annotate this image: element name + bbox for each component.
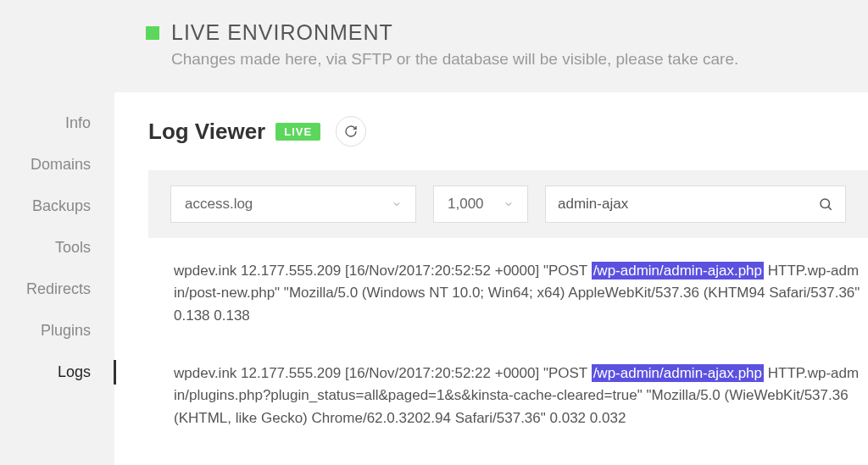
log-file-select[interactable]: access.log [170, 185, 416, 223]
refresh-icon [344, 125, 358, 138]
live-indicator-square [146, 26, 159, 40]
chevron-down-icon [504, 199, 514, 209]
search-icon [818, 197, 833, 212]
svg-point-0 [821, 199, 830, 208]
sidebar-item-plugins[interactable]: Plugins [0, 310, 114, 352]
log-entry: wpdev.ink 12.177.555.209 [16/Nov/2017:20… [174, 363, 861, 429]
page-title: Log Viewer [148, 119, 265, 145]
sidebar-item-backups[interactable]: Backups [0, 185, 114, 227]
line-count-select[interactable]: 1,000 [433, 185, 528, 223]
sidebar-item-logs[interactable]: Logs [0, 352, 114, 393]
sidebar-item-domains[interactable]: Domains [0, 144, 114, 185]
chevron-down-icon [392, 199, 402, 209]
live-badge: LIVE [275, 123, 320, 141]
sidebar: Info Domains Backups Tools Redirects Plu… [0, 92, 114, 465]
svg-line-1 [828, 207, 831, 209]
log-highlight: /wp-admin/admin-ajax.php [592, 262, 764, 280]
sidebar-item-tools[interactable]: Tools [0, 227, 114, 268]
filter-bar: access.log 1,000 [148, 170, 868, 238]
environment-title: LIVE ENVIRONMENT [171, 20, 393, 45]
line-count-select-value: 1,000 [448, 196, 484, 213]
sidebar-item-info[interactable]: Info [0, 102, 114, 144]
log-text-pre: wpdev.ink 12.177.555.209 [16/Nov/2017:20… [174, 365, 592, 381]
log-highlight: /wp-admin/admin-ajax.php [592, 364, 764, 382]
search-box [545, 185, 846, 223]
log-text-pre: wpdev.ink 12.177.555.209 [16/Nov/2017:20… [174, 263, 592, 279]
environment-subtitle: Changes made here, via SFTP or the datab… [171, 50, 868, 69]
log-entry: wpdev.ink 12.177.555.209 [16/Nov/2017:20… [174, 260, 861, 327]
log-entries: wpdev.ink 12.177.555.209 [16/Nov/2017:20… [148, 238, 868, 429]
sidebar-item-redirects[interactable]: Redirects [0, 268, 114, 310]
environment-header: LIVE ENVIRONMENT Changes made here, via … [0, 0, 868, 92]
refresh-button[interactable] [336, 116, 366, 147]
main-panel: Log Viewer LIVE access.log 1,000 [114, 92, 868, 465]
log-file-select-value: access.log [185, 196, 253, 213]
search-input[interactable] [558, 196, 818, 213]
